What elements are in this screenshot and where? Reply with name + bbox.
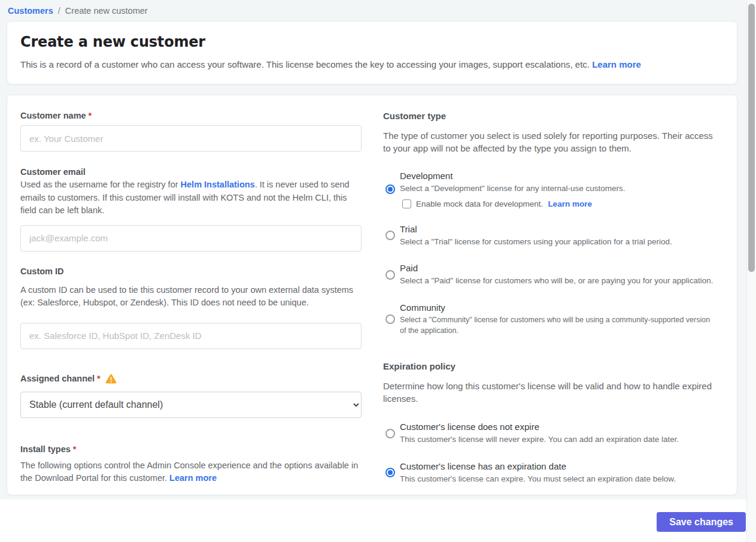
install-types-label: Install types * xyxy=(20,444,362,454)
scrollbar-thumb[interactable] xyxy=(748,4,755,272)
required-asterisk: * xyxy=(97,374,101,383)
form-right-column: Customer type The type of customer you s… xyxy=(383,111,716,495)
customer-email-description: Used as the username for the registry fo… xyxy=(20,178,362,217)
customer-name-input[interactable] xyxy=(20,125,362,152)
paid-radio[interactable] xyxy=(385,270,395,280)
warning-icon xyxy=(105,374,117,384)
custom-id-input[interactable] xyxy=(20,323,362,349)
license-has-expiration-radio[interactable] xyxy=(385,468,395,477)
install-types-learn-more-link[interactable]: Learn more xyxy=(169,473,217,483)
option-title-trial: Trial xyxy=(400,224,672,234)
breadcrumb-current: Create new customer xyxy=(65,6,148,16)
customer-type-option-development[interactable]: Development Select a "Development" licen… xyxy=(383,171,716,208)
expiration-option-does-not-expire[interactable]: Customer's license does not expire This … xyxy=(383,422,716,446)
option-desc-has-expiration: This customer's license can expire. You … xyxy=(400,473,676,485)
scrollbar[interactable] xyxy=(746,0,756,542)
save-changes-button[interactable]: Save changes xyxy=(657,512,746,532)
required-asterisk: * xyxy=(89,111,92,120)
customer-email-input[interactable] xyxy=(20,225,362,252)
required-asterisk: * xyxy=(73,444,77,454)
expiration-policy-description: Determine how long this customer's licen… xyxy=(383,380,716,405)
option-desc-community: Select a "Community" license for custome… xyxy=(400,314,716,336)
option-desc-development: Select a "Development" license for any i… xyxy=(400,183,626,195)
mock-data-checkbox[interactable] xyxy=(402,199,411,208)
option-desc-paid: Select a "Paid" license for customers wh… xyxy=(400,275,714,287)
header-learn-more-link[interactable]: Learn more xyxy=(592,59,641,69)
install-types-field-group: Install types * The following options co… xyxy=(20,444,362,485)
customer-type-option-community[interactable]: Community Select a "Community" license f… xyxy=(383,302,716,336)
assigned-channel-label: Assigned channel * xyxy=(20,374,362,384)
page: Customers / Create new customer Create a… xyxy=(0,0,756,542)
mock-data-learn-more-link[interactable]: Learn more xyxy=(548,199,592,208)
trial-radio[interactable] xyxy=(385,231,395,240)
customer-email-field-group: Customer email Used as the username for … xyxy=(20,167,362,252)
expiration-policy-label: Expiration policy xyxy=(383,361,716,371)
customer-type-label: Customer type xyxy=(383,111,716,121)
custom-id-description: A custom ID can be used to tie this cust… xyxy=(20,284,362,310)
customer-type-option-trial[interactable]: Trial Select a "Trial" license for custo… xyxy=(383,224,716,248)
customer-name-label: Customer name * xyxy=(20,111,362,120)
mock-data-checkbox-row[interactable]: Enable mock data for development. Learn … xyxy=(402,199,626,208)
breadcrumb: Customers / Create new customer xyxy=(0,0,756,16)
option-title-does-not-expire: Customer's license does not expire xyxy=(400,422,679,432)
option-desc-does-not-expire: This customer's license will never expir… xyxy=(400,434,679,446)
customer-type-description: The type of customer you select is used … xyxy=(383,129,716,155)
customer-type-option-paid[interactable]: Paid Select a "Paid" license for custome… xyxy=(383,263,716,287)
custom-id-field-group: Custom ID A custom ID can be used to tie… xyxy=(20,267,362,349)
breadcrumb-separator: / xyxy=(58,6,60,16)
option-title-community: Community xyxy=(400,302,716,313)
mock-data-checkbox-label: Enable mock data for development. xyxy=(416,199,543,208)
customer-email-label: Customer email xyxy=(20,167,362,177)
option-title-paid: Paid xyxy=(400,263,714,273)
customer-name-field-group: Customer name * xyxy=(20,111,362,152)
page-title: Create a new customer xyxy=(20,34,724,50)
license-does-not-expire-radio[interactable] xyxy=(385,429,395,438)
community-radio[interactable] xyxy=(385,314,395,324)
option-title-development: Development xyxy=(400,171,626,181)
expiration-policy-section: Expiration policy Determine how long thi… xyxy=(383,361,716,485)
breadcrumb-link-customers[interactable]: Customers xyxy=(8,6,53,16)
helm-installations-link[interactable]: Helm Installations xyxy=(181,180,255,189)
expiration-option-has-expiration-date[interactable]: Customer's license has an expiration dat… xyxy=(383,461,716,485)
save-footer-bar: Save changes xyxy=(0,499,756,542)
install-types-description: The following options control the Admin … xyxy=(20,459,362,485)
form-left-column: Customer name * Customer email Used as t… xyxy=(20,111,362,495)
option-title-has-expiration: Customer's license has an expiration dat… xyxy=(400,461,676,471)
customer-form-card: Customer name * Customer email Used as t… xyxy=(7,95,737,495)
page-description: This is a record of a customer who can a… xyxy=(20,58,724,71)
development-radio[interactable] xyxy=(385,184,395,194)
option-desc-trial: Select a "Trial" license for customers u… xyxy=(400,236,672,248)
custom-id-label: Custom ID xyxy=(20,267,362,276)
page-header-card: Create a new customer This is a record o… xyxy=(7,21,737,84)
assigned-channel-field-group: Assigned channel * Stable (current defau… xyxy=(20,374,362,418)
assigned-channel-select[interactable]: Stable (current default channel) xyxy=(20,392,362,418)
